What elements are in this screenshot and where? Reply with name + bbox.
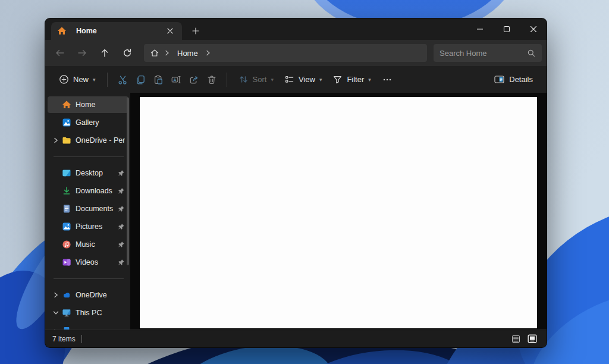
sidebar-item-label: Music [76, 240, 115, 249]
circle-plus-icon [59, 74, 69, 84]
new-button[interactable]: New ▾ [54, 70, 101, 90]
forward-icon[interactable] [71, 43, 93, 62]
share-button[interactable] [185, 70, 203, 90]
sidebar-item-downloads[interactable]: Downloads [48, 183, 128, 199]
tab-title: Home [76, 27, 159, 35]
downloads-icon [62, 186, 71, 196]
minimize-button[interactable] [466, 18, 493, 40]
sidebar-item-this-pc[interactable]: This PC [48, 305, 128, 321]
new-button-label: New [73, 75, 89, 84]
chevron-down-icon: ▾ [319, 77, 322, 83]
videos-icon [62, 258, 71, 267]
command-toolbar: New ▾ A Sort ▾ View ▾ [45, 66, 547, 93]
tab-close-icon[interactable] [164, 25, 176, 37]
paste-button[interactable] [149, 70, 167, 90]
sidebar-item-pictures[interactable]: Pictures [48, 218, 128, 235]
sidebar-item-documents[interactable]: Documents [48, 200, 128, 217]
sidebar-scrollbar[interactable] [127, 98, 129, 265]
toolbar-divider [107, 73, 108, 87]
details-button-label: Details [509, 75, 533, 84]
home-tab-icon [57, 26, 67, 36]
music-icon [62, 240, 71, 249]
filter-button[interactable]: Filter ▾ [327, 70, 376, 90]
svg-text:A: A [173, 77, 177, 82]
sidebar-item-label: Pictures [76, 222, 115, 231]
sidebar: Home Gallery OneDrive - Perso [45, 93, 130, 330]
drive-icon [62, 326, 71, 330]
search-input[interactable]: Search Home [434, 44, 542, 62]
icons-view-icon [528, 334, 537, 343]
breadcrumb-home-icon[interactable] [150, 48, 159, 58]
details-view-toggle[interactable] [508, 332, 523, 346]
documents-icon [62, 204, 71, 214]
folder-icon [62, 136, 71, 145]
sidebar-item-onedrive[interactable]: OneDrive [48, 287, 128, 303]
back-icon[interactable] [49, 43, 70, 62]
sidebar-item-label: OneDrive [76, 291, 125, 299]
view-list-icon [284, 74, 294, 84]
sidebar-item-label: Videos [76, 258, 115, 266]
tab-home[interactable]: Home [51, 22, 182, 40]
rename-button[interactable]: A [167, 70, 185, 90]
sidebar-item-partial[interactable] [48, 322, 128, 330]
sidebar-item-videos[interactable]: Videos [48, 254, 128, 271]
pin-icon [118, 241, 125, 248]
toolbar-divider [227, 73, 227, 87]
breadcrumb-chevron-icon[interactable] [164, 49, 170, 57]
chevron-down-icon: ▾ [93, 77, 96, 83]
items-count: 7 items [52, 335, 76, 343]
refresh-icon[interactable] [117, 43, 138, 62]
window-controls [466, 18, 547, 40]
gallery-icon [62, 118, 71, 127]
breadcrumb-item-home[interactable]: Home [175, 49, 200, 58]
cut-button[interactable] [114, 70, 131, 90]
breadcrumb[interactable]: Home [144, 44, 427, 62]
sidebar-item-home[interactable]: Home [48, 96, 128, 113]
breadcrumb-chevron-icon[interactable] [205, 49, 211, 57]
sidebar-separator [54, 278, 124, 279]
pin-icon [118, 205, 125, 212]
delete-button[interactable] [203, 70, 221, 90]
home-icon [62, 100, 71, 109]
chevron-right-icon [50, 329, 62, 330]
sidebar-item-label: Gallery [76, 118, 125, 127]
sidebar-item-onedrive-personal[interactable]: OneDrive - Perso [48, 132, 128, 149]
explorer-body: Home Gallery OneDrive - Perso [45, 93, 547, 330]
sidebar-item-label: Documents [76, 205, 115, 213]
chevron-right-icon[interactable] [50, 137, 62, 144]
funnel-icon [332, 74, 343, 84]
sidebar-item-desktop[interactable]: Desktop [48, 165, 128, 181]
close-button[interactable] [520, 18, 547, 40]
more-options-button[interactable] [376, 70, 398, 90]
sidebar-item-label: OneDrive - Perso [76, 136, 125, 145]
sort-button[interactable]: Sort ▾ [233, 70, 279, 90]
details-button[interactable]: Details [488, 70, 538, 90]
maximize-button[interactable] [493, 18, 520, 40]
sidebar-item-label: This PC [76, 309, 125, 317]
icons-view-toggle[interactable] [525, 332, 539, 346]
sort-button-label: Sort [253, 75, 267, 84]
copy-button[interactable] [131, 70, 149, 90]
sidebar-item-music[interactable]: Music [48, 236, 128, 253]
search-placeholder: Search Home [440, 49, 527, 58]
chevron-down-icon[interactable] [50, 309, 62, 316]
sidebar-item-gallery[interactable]: Gallery [48, 114, 128, 131]
view-button[interactable]: View ▾ [279, 70, 327, 90]
chevron-down-icon: ▾ [271, 77, 274, 83]
file-explorer-window: Home [45, 18, 547, 348]
pin-icon [118, 187, 125, 194]
filter-button-label: Filter [347, 75, 364, 84]
folder-content-area[interactable] [139, 96, 538, 329]
pin-icon [118, 170, 125, 177]
search-icon[interactable] [527, 49, 536, 58]
up-icon[interactable] [94, 43, 115, 62]
this-pc-icon [62, 308, 71, 318]
chevron-right-icon[interactable] [50, 291, 62, 299]
navigation-bar: Home Search Home [45, 40, 547, 66]
onedrive-cloud-icon [62, 290, 71, 300]
chevron-down-icon: ▾ [368, 77, 371, 83]
sidebar-item-label: Home [76, 101, 125, 109]
statusbar-divider [81, 335, 82, 343]
pin-icon [118, 259, 125, 266]
new-tab-icon[interactable] [188, 23, 203, 39]
